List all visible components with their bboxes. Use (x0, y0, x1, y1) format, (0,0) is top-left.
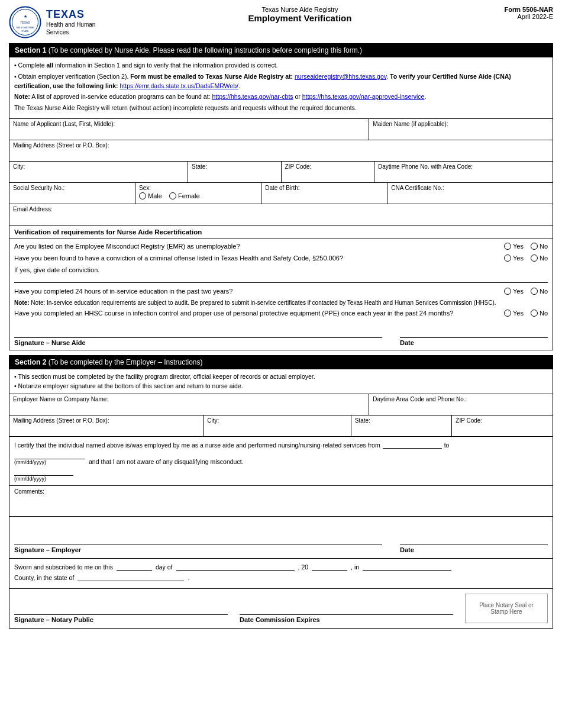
notary-sig-underline[interactable] (14, 603, 228, 615)
comments-value[interactable] (14, 496, 548, 514)
q3-no[interactable]: No (531, 288, 548, 295)
inservice-link[interactable]: https://hhs.texas.gov/nar-approved-inser… (302, 93, 425, 100)
sworn-month-field[interactable] (176, 562, 295, 571)
ssn-value[interactable] (13, 192, 131, 202)
note-text: Note: In-service education requirements … (31, 299, 496, 306)
section1-instructions: • Complete all information in Section 1 … (9, 57, 553, 119)
certify-date-format1: (mm/dd/yyyy) (14, 459, 46, 465)
sex-male-label: Male (148, 192, 162, 199)
sex-male-radio[interactable] (139, 192, 146, 199)
sworn-text1: Sworn and subscribed to me on this (14, 563, 113, 571)
cna-label: CNA Certificate No.: (391, 185, 549, 191)
q1-no[interactable]: No (531, 243, 548, 250)
nurse-sig-underline[interactable] (14, 326, 382, 338)
employer-state-value[interactable] (355, 425, 448, 434)
sworn-location-field[interactable] (363, 562, 451, 571)
zip-cell: ZIP Code: (282, 162, 375, 182)
form-date: April 2022-E (504, 13, 553, 20)
dob-value[interactable] (265, 192, 383, 202)
sworn-day-label: day of (156, 563, 173, 571)
employer-sig-underline[interactable] (14, 533, 382, 545)
q1-yes[interactable]: Yes (504, 243, 524, 250)
employer-phone-value[interactable] (373, 404, 549, 413)
verification-body: Are you listed on the Employee Misconduc… (9, 239, 553, 350)
city-value[interactable] (13, 171, 184, 181)
employer-name-value[interactable] (13, 404, 365, 413)
nurse-sig-label: Signature – Nurse Aide (14, 339, 86, 346)
q3-no-label: No (540, 288, 548, 295)
employer-state-label: State: (355, 417, 448, 424)
sex-male-option[interactable]: Male (139, 192, 162, 199)
emr-link[interactable]: https://emr.dads.state.tx.us/DadsEMRWeb/ (120, 82, 238, 89)
logo-text: TEXAS Health and Human Services (46, 8, 95, 36)
employer-city-value[interactable] (207, 425, 347, 434)
email-link[interactable]: nurseaideregistry@hhs.texas.gov (295, 73, 386, 80)
section1-header: Section 1 (To be completed by Nurse Aide… (9, 43, 553, 57)
q1-text: Are you listed on the Employee Misconduc… (14, 243, 502, 250)
dob-cell: Date of Birth: (261, 183, 387, 204)
instruction-3: Note: A list of approved in-service educ… (14, 92, 548, 102)
q3-row: Have you completed 24 hours of in-servic… (14, 288, 548, 295)
instruction-4: The Texas Nurse Aide Registry will retur… (14, 104, 548, 113)
sworn-day-field[interactable] (117, 562, 152, 571)
zip-value[interactable] (285, 171, 371, 181)
q1-no-radio[interactable] (531, 243, 538, 250)
notary-date-underline[interactable] (240, 603, 453, 615)
mailing-address-value[interactable] (13, 150, 549, 159)
section2-instruction-2: • Notarize employer signature at the bot… (14, 382, 548, 391)
employer-state-cell: State: (351, 415, 453, 436)
sex-value: Male Female (139, 192, 257, 202)
cbts-link[interactable]: https://hhs.texas.gov/nar-cbts (212, 93, 293, 100)
header-center: Texas Nurse Aide Registry Employment Ver… (95, 6, 504, 23)
nurse-date-line: Date (400, 326, 548, 346)
applicant-name-label: Name of Applicant (Last, First, Middle): (13, 121, 365, 127)
svg-text:★: ★ (24, 14, 27, 18)
email-value[interactable] (13, 214, 549, 223)
q2-yes-radio[interactable] (504, 255, 511, 262)
employer-zip-value[interactable] (456, 425, 549, 434)
q3-no-radio[interactable] (531, 288, 538, 295)
employer-name-row: Employer Name or Company Name: Daytime A… (9, 394, 553, 415)
ssn-cell: Social Security No.: (9, 183, 135, 204)
q4-yes[interactable]: Yes (504, 310, 524, 317)
employer-date-underline[interactable] (400, 533, 548, 545)
certify-from-date[interactable] (383, 440, 442, 449)
nurse-sig-line: Signature – Nurse Aide (14, 326, 382, 346)
q1-yes-radio[interactable] (504, 243, 511, 250)
section1-header-bold: Section 1 (15, 46, 46, 54)
q4-yes-label: Yes (513, 310, 524, 317)
registry-title: Texas Nurse Aide Registry (95, 6, 504, 13)
q4-no[interactable]: No (531, 310, 548, 317)
state-value[interactable] (192, 171, 277, 181)
q4-no-radio[interactable] (531, 310, 538, 317)
q2-followup-row: If yes, give date of conviction. (14, 266, 548, 283)
ssn-label: Social Security No.: (13, 185, 131, 191)
phone-value[interactable] (378, 171, 549, 181)
section1-signature-area: Signature – Nurse Aide Date (14, 326, 548, 346)
q3-yes[interactable]: Yes (504, 288, 524, 295)
certify-to-date[interactable] (14, 451, 85, 459)
applicant-name-value[interactable] (13, 128, 365, 138)
q4-yes-radio[interactable] (504, 310, 511, 317)
county-field[interactable] (77, 573, 184, 581)
maiden-name-value[interactable] (373, 128, 549, 138)
q2-no-label: No (540, 255, 548, 262)
q2-no[interactable]: No (531, 255, 548, 262)
q3-yes-radio[interactable] (504, 288, 511, 295)
employer-phone-cell: Daytime Area Code and Phone No.: (369, 394, 553, 415)
q3-text: Have you completed 24 hours of in-servic… (14, 288, 502, 295)
nurse-date-underline[interactable] (400, 326, 548, 338)
sex-female-radio[interactable] (169, 192, 176, 199)
cna-value[interactable] (391, 192, 549, 202)
q2-yes[interactable]: Yes (504, 255, 524, 262)
conviction-line[interactable] (14, 275, 548, 283)
sex-female-option[interactable]: Female (169, 192, 200, 199)
mailing-address-row: Mailing Address (Street or P.O. Box): (9, 140, 553, 162)
q4-row: Have you completed an HHSC course in inf… (14, 310, 548, 317)
mailing-address-label: Mailing Address (Street or P.O. Box): (13, 142, 549, 149)
q2-no-radio[interactable] (531, 255, 538, 262)
employer-address-value[interactable] (13, 425, 199, 434)
employer-signature-area: Signature – Employer Date (14, 533, 548, 553)
sworn-year-field[interactable] (312, 562, 347, 571)
certify-from-date2[interactable] (14, 468, 73, 476)
